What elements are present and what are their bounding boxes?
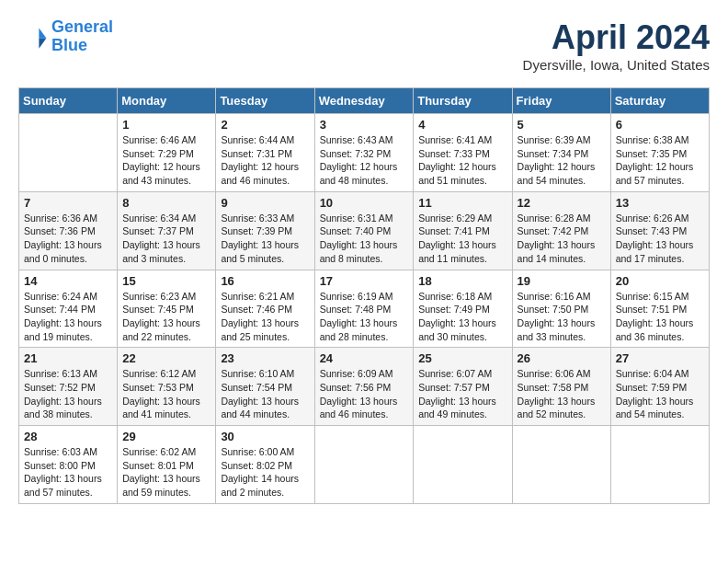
- day-info: Sunrise: 6:10 AM Sunset: 7:54 PM Dayligh…: [221, 367, 309, 421]
- day-number: 21: [24, 351, 112, 365]
- calendar-cell: 27Sunrise: 6:04 AM Sunset: 7:59 PM Dayli…: [610, 348, 709, 426]
- weekday-header-sunday: Sunday: [19, 88, 118, 114]
- calendar-cell: 13Sunrise: 6:26 AM Sunset: 7:43 PM Dayli…: [610, 191, 709, 270]
- calendar-cell: 20Sunrise: 6:15 AM Sunset: 7:51 PM Dayli…: [610, 270, 709, 348]
- day-number: 19: [518, 274, 606, 288]
- day-info: Sunrise: 6:15 AM Sunset: 7:51 PM Dayligh…: [616, 290, 704, 344]
- calendar-cell: 8Sunrise: 6:34 AM Sunset: 7:37 PM Daylig…: [118, 191, 216, 270]
- calendar-cell: 26Sunrise: 6:06 AM Sunset: 7:58 PM Dayli…: [512, 348, 610, 426]
- calendar-cell: 2Sunrise: 6:44 AM Sunset: 7:31 PM Daylig…: [216, 114, 314, 192]
- day-info: Sunrise: 6:26 AM Sunset: 7:43 PM Dayligh…: [616, 212, 704, 266]
- day-info: Sunrise: 6:00 AM Sunset: 8:02 PM Dayligh…: [221, 445, 309, 500]
- day-number: 28: [24, 430, 112, 443]
- calendar-cell: 1Sunrise: 6:46 AM Sunset: 7:29 PM Daylig…: [118, 114, 216, 192]
- day-info: Sunrise: 6:06 AM Sunset: 7:58 PM Dayligh…: [518, 367, 606, 421]
- day-number: 13: [616, 196, 704, 210]
- calendar-cell: [314, 426, 414, 504]
- day-number: 16: [221, 274, 309, 288]
- day-info: Sunrise: 6:19 AM Sunset: 7:48 PM Dayligh…: [320, 290, 409, 344]
- svg-marker-0: [39, 28, 46, 38]
- weekday-header-thursday: Thursday: [414, 88, 512, 114]
- svg-marker-1: [39, 38, 46, 48]
- day-info: Sunrise: 6:31 AM Sunset: 7:40 PM Dayligh…: [320, 212, 409, 266]
- day-info: Sunrise: 6:18 AM Sunset: 7:49 PM Dayligh…: [418, 290, 506, 344]
- weekday-header-row: SundayMondayTuesdayWednesdayThursdayFrid…: [19, 88, 710, 114]
- day-number: 12: [518, 196, 606, 210]
- day-info: Sunrise: 6:41 AM Sunset: 7:33 PM Dayligh…: [418, 133, 506, 188]
- day-info: Sunrise: 6:12 AM Sunset: 7:53 PM Dayligh…: [122, 367, 210, 421]
- calendar-cell: 4Sunrise: 6:41 AM Sunset: 7:33 PM Daylig…: [414, 114, 512, 192]
- calendar-cell: 24Sunrise: 6:09 AM Sunset: 7:56 PM Dayli…: [314, 348, 414, 426]
- month-year: April 2024: [523, 18, 710, 57]
- day-info: Sunrise: 6:38 AM Sunset: 7:35 PM Dayligh…: [616, 133, 704, 188]
- calendar-cell: 29Sunrise: 6:02 AM Sunset: 8:01 PM Dayli…: [118, 426, 216, 504]
- day-number: 22: [122, 351, 210, 365]
- calendar-cell: 30Sunrise: 6:00 AM Sunset: 8:02 PM Dayli…: [216, 426, 314, 504]
- calendar-cell: 5Sunrise: 6:39 AM Sunset: 7:34 PM Daylig…: [512, 114, 610, 192]
- day-info: Sunrise: 6:03 AM Sunset: 8:00 PM Dayligh…: [24, 445, 112, 500]
- day-info: Sunrise: 6:23 AM Sunset: 7:45 PM Dayligh…: [122, 290, 210, 344]
- calendar-cell: 11Sunrise: 6:29 AM Sunset: 7:41 PM Dayli…: [414, 191, 512, 270]
- logo-icon: [18, 22, 48, 52]
- day-info: Sunrise: 6:43 AM Sunset: 7:32 PM Dayligh…: [320, 133, 409, 188]
- calendar-cell: 17Sunrise: 6:19 AM Sunset: 7:48 PM Dayli…: [314, 270, 414, 348]
- calendar-week-row: 21Sunrise: 6:13 AM Sunset: 7:52 PM Dayli…: [19, 348, 710, 426]
- day-info: Sunrise: 6:16 AM Sunset: 7:50 PM Dayligh…: [518, 290, 606, 344]
- day-number: 30: [221, 430, 309, 443]
- day-info: Sunrise: 6:34 AM Sunset: 7:37 PM Dayligh…: [122, 212, 210, 266]
- calendar-cell: 18Sunrise: 6:18 AM Sunset: 7:49 PM Dayli…: [414, 270, 512, 348]
- title-block: April 2024 Dyersville, Iowa, United Stat…: [523, 18, 710, 73]
- weekday-header-saturday: Saturday: [610, 88, 709, 114]
- calendar-cell: 16Sunrise: 6:21 AM Sunset: 7:46 PM Dayli…: [216, 270, 314, 348]
- day-info: Sunrise: 6:39 AM Sunset: 7:34 PM Dayligh…: [518, 133, 606, 188]
- calendar-cell: 10Sunrise: 6:31 AM Sunset: 7:40 PM Dayli…: [314, 191, 414, 270]
- day-info: Sunrise: 6:46 AM Sunset: 7:29 PM Dayligh…: [122, 133, 210, 188]
- day-info: Sunrise: 6:02 AM Sunset: 8:01 PM Dayligh…: [122, 445, 210, 500]
- day-info: Sunrise: 6:09 AM Sunset: 7:56 PM Dayligh…: [320, 367, 409, 421]
- day-info: Sunrise: 6:44 AM Sunset: 7:31 PM Dayligh…: [221, 133, 309, 188]
- day-number: 9: [221, 196, 309, 210]
- calendar-week-row: 14Sunrise: 6:24 AM Sunset: 7:44 PM Dayli…: [19, 270, 710, 348]
- calendar-cell: 23Sunrise: 6:10 AM Sunset: 7:54 PM Dayli…: [216, 348, 314, 426]
- day-number: 24: [320, 351, 409, 365]
- calendar-cell: 21Sunrise: 6:13 AM Sunset: 7:52 PM Dayli…: [19, 348, 118, 426]
- page-header: General Blue April 2024 Dyersville, Iowa…: [18, 18, 710, 73]
- day-number: 4: [418, 118, 506, 132]
- day-info: Sunrise: 6:21 AM Sunset: 7:46 PM Dayligh…: [221, 290, 309, 344]
- day-number: 2: [221, 118, 309, 132]
- day-info: Sunrise: 6:13 AM Sunset: 7:52 PM Dayligh…: [24, 367, 112, 421]
- calendar-cell: 14Sunrise: 6:24 AM Sunset: 7:44 PM Dayli…: [19, 270, 118, 348]
- day-info: Sunrise: 6:29 AM Sunset: 7:41 PM Dayligh…: [418, 212, 506, 266]
- weekday-header-friday: Friday: [512, 88, 610, 114]
- day-number: 3: [320, 118, 409, 132]
- weekday-header-wednesday: Wednesday: [314, 88, 414, 114]
- calendar-week-row: 7Sunrise: 6:36 AM Sunset: 7:36 PM Daylig…: [19, 191, 710, 270]
- day-number: 26: [518, 351, 606, 365]
- calendar-week-row: 1Sunrise: 6:46 AM Sunset: 7:29 PM Daylig…: [19, 114, 710, 192]
- day-number: 27: [616, 351, 704, 365]
- calendar-cell: [512, 426, 610, 504]
- calendar-cell: 7Sunrise: 6:36 AM Sunset: 7:36 PM Daylig…: [19, 191, 118, 270]
- day-number: 18: [418, 274, 506, 288]
- calendar-cell: [414, 426, 512, 504]
- day-number: 14: [24, 274, 112, 288]
- day-number: 15: [122, 274, 210, 288]
- day-info: Sunrise: 6:24 AM Sunset: 7:44 PM Dayligh…: [24, 290, 112, 344]
- calendar-cell: 25Sunrise: 6:07 AM Sunset: 7:57 PM Dayli…: [414, 348, 512, 426]
- location: Dyersville, Iowa, United States: [523, 57, 710, 73]
- calendar-cell: 9Sunrise: 6:33 AM Sunset: 7:39 PM Daylig…: [216, 191, 314, 270]
- calendar-cell: 12Sunrise: 6:28 AM Sunset: 7:42 PM Dayli…: [512, 191, 610, 270]
- day-number: 11: [418, 196, 506, 210]
- day-info: Sunrise: 6:28 AM Sunset: 7:42 PM Dayligh…: [518, 212, 606, 266]
- day-number: 5: [518, 118, 606, 132]
- calendar-cell: 22Sunrise: 6:12 AM Sunset: 7:53 PM Dayli…: [118, 348, 216, 426]
- day-number: 20: [616, 274, 704, 288]
- calendar-cell: 3Sunrise: 6:43 AM Sunset: 7:32 PM Daylig…: [314, 114, 414, 192]
- weekday-header-tuesday: Tuesday: [216, 88, 314, 114]
- logo: General Blue: [18, 18, 113, 55]
- day-number: 1: [122, 118, 210, 132]
- calendar-cell: [610, 426, 709, 504]
- calendar-cell: 15Sunrise: 6:23 AM Sunset: 7:45 PM Dayli…: [118, 270, 216, 348]
- day-number: 8: [122, 196, 210, 210]
- day-info: Sunrise: 6:07 AM Sunset: 7:57 PM Dayligh…: [418, 367, 506, 421]
